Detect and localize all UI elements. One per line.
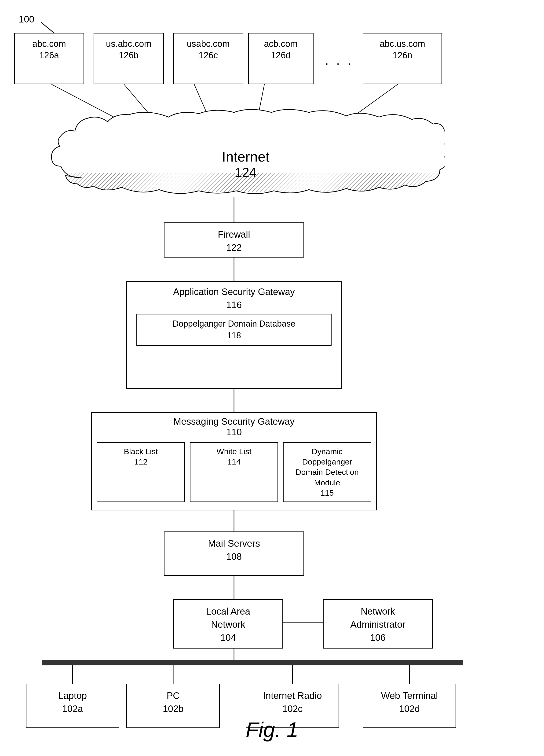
laptop-box: Laptop102a [26,684,119,728]
svg-line-0 [41,22,54,33]
internet-cloud: Internet 124 [47,103,444,197]
doppelganger-db-box: Doppelganger Domain Database118 [136,314,331,346]
domain-box-126a: abc.com126a [14,33,84,84]
svg-text:Internet: Internet [222,149,270,165]
mail-servers-box: Mail Servers108 [164,531,304,576]
domain-box-126d: acb.com126d [248,33,313,84]
ellipsis: . . . [325,54,353,67]
domain-box-126b: us.abc.com126b [94,33,164,84]
network-admin-box: NetworkAdministrator106 [323,599,433,649]
lan-box: Local AreaNetwork104 [173,599,283,649]
firewall-box: Firewall122 [164,222,304,258]
domain-box-126c: usabc.com126c [173,33,243,84]
fig-label: Fig. 1 [246,718,298,742]
messaging-security-gateway-box: Messaging Security Gateway110 Black List… [91,412,377,510]
white-list-box: White List114 [190,442,278,502]
lan-bus-bar [42,660,463,665]
dynamic-doppelganger-box: Dynamic Doppelganger Domain Detection Mo… [283,442,371,502]
ref-label-100: 100 [19,14,34,25]
svg-text:124: 124 [235,165,257,180]
black-list-box: Black List112 [97,442,185,502]
pc-box: PC102b [126,684,220,728]
web-terminal-box: Web Terminal102d [363,684,456,728]
domain-box-126n: abc.us.com126n [363,33,442,84]
app-security-gateway-box: Application Security Gateway116 Doppelga… [126,281,341,389]
